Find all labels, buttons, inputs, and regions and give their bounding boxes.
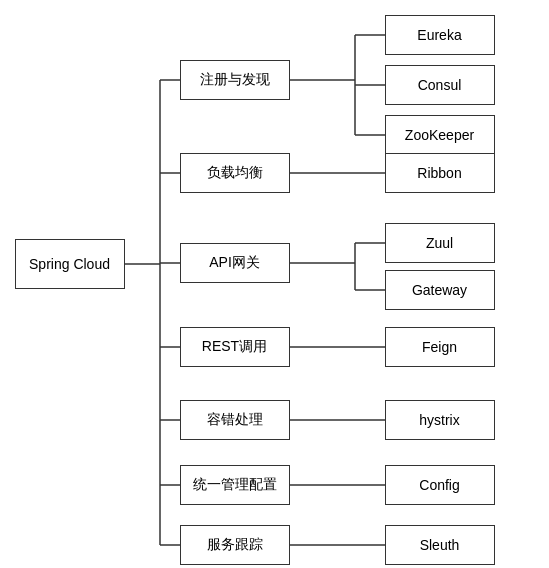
node-apigateway: API网关: [180, 243, 290, 283]
node-config-leaf: Config: [385, 465, 495, 505]
node-restcall: REST调用: [180, 327, 290, 367]
node-sleuth: Sleuth: [385, 525, 495, 565]
node-faulttolerance: 容错处理: [180, 400, 290, 440]
root-node: Spring Cloud: [15, 239, 125, 289]
node-hystrix: hystrix: [385, 400, 495, 440]
node-zuul: Zuul: [385, 223, 495, 263]
node-registration: 注册与发现: [180, 60, 290, 100]
node-zookeeper: ZooKeeper: [385, 115, 495, 155]
node-feign: Feign: [385, 327, 495, 367]
node-config: 统一管理配置: [180, 465, 290, 505]
node-eureka: Eureka: [385, 15, 495, 55]
node-gateway: Gateway: [385, 270, 495, 310]
node-consul: Consul: [385, 65, 495, 105]
node-tracing: 服务跟踪: [180, 525, 290, 565]
node-loadbalance: 负载均衡: [180, 153, 290, 193]
node-ribbon: Ribbon: [385, 153, 495, 193]
diagram: Spring Cloud 注册与发现 负载均衡 API网关 REST调用 容错处…: [5, 5, 545, 563]
